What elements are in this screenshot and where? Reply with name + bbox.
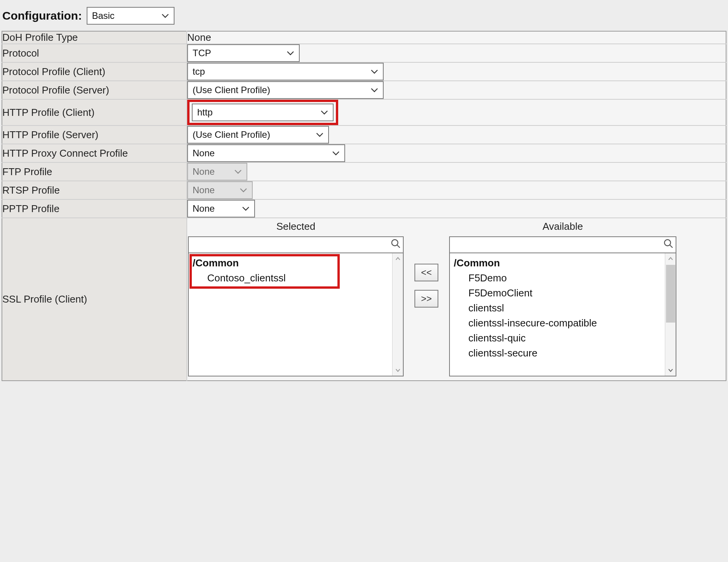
row-doh-profile-type: DoH Profile Type None <box>2 31 726 44</box>
configuration-mode-value: Basic <box>92 10 115 21</box>
search-icon <box>391 239 401 251</box>
ssl-available-column: Available /Common F5Demo F5DemoClient <box>449 221 676 376</box>
http-profile-client-select[interactable]: http <box>192 104 334 121</box>
pptp-profile-select[interactable]: None <box>187 200 255 217</box>
http-proxy-connect-select[interactable]: None <box>187 144 345 162</box>
http-profile-server-select[interactable]: (Use Client Profile) <box>187 126 329 144</box>
row-rtsp-profile: RTSP Profile None <box>2 181 726 199</box>
move-left-button[interactable]: << <box>414 264 438 281</box>
move-right-button[interactable]: >> <box>414 290 438 308</box>
rtsp-profile-select: None <box>187 181 253 199</box>
http-proxy-connect-value: None <box>193 148 215 159</box>
scrollbar[interactable] <box>665 253 676 376</box>
pptp-profile-value: None <box>193 203 215 214</box>
svg-line-3 <box>670 245 673 248</box>
svg-point-0 <box>392 240 398 246</box>
ssl-available-item[interactable]: F5Demo <box>454 271 676 286</box>
chevron-down-icon <box>332 151 340 156</box>
scroll-thumb[interactable] <box>666 265 675 323</box>
ssl-selected-search[interactable] <box>188 236 404 253</box>
row-protocol-profile-client: Protocol Profile (Client) tcp <box>2 62 726 81</box>
label-doh-profile-type: DoH Profile Type <box>2 31 187 44</box>
row-ftp-profile: FTP Profile None <box>2 162 726 181</box>
ftp-profile-select: None <box>187 163 247 181</box>
ssl-available-item[interactable]: clientssl <box>454 301 676 316</box>
label-protocol-profile-client: Protocol Profile (Client) <box>2 62 187 81</box>
ssl-selected-column: Selected /Common Contoso_clientssl <box>188 221 404 376</box>
ssl-selected-title: Selected <box>276 221 315 232</box>
scroll-up-icon[interactable] <box>665 253 676 264</box>
row-ssl-profile-client: SSL Profile (Client) Selected /C <box>2 218 726 381</box>
row-http-profile-server: HTTP Profile (Server) (Use Client Profil… <box>2 125 726 144</box>
configuration-label: Configuration: <box>2 9 82 22</box>
configuration-mode-select[interactable]: Basic <box>87 7 174 25</box>
configuration-table: DoH Profile Type None Protocol TCP Proto… <box>2 31 726 381</box>
scroll-down-icon[interactable] <box>393 365 403 376</box>
chevron-down-icon <box>234 169 242 174</box>
ssl-available-title: Available <box>542 221 583 232</box>
ssl-move-buttons: << >> <box>414 264 438 308</box>
chevron-down-icon <box>240 187 247 193</box>
chevron-down-icon <box>242 206 250 211</box>
ssl-selected-group: /Common <box>193 256 403 271</box>
label-http-profile-server: HTTP Profile (Server) <box>2 125 187 144</box>
label-http-profile-client: HTTP Profile (Client) <box>2 99 187 125</box>
scrollbar[interactable] <box>392 253 403 376</box>
protocol-select[interactable]: TCP <box>187 44 300 62</box>
configuration-header: Configuration: Basic <box>0 7 728 31</box>
protocol-profile-server-value: (Use Client Profile) <box>193 85 270 95</box>
label-ssl-profile-client: SSL Profile (Client) <box>2 218 187 381</box>
ssl-available-item[interactable]: clientssl-secure <box>454 346 676 361</box>
value-doh-profile-type: None <box>187 31 726 44</box>
label-ftp-profile: FTP Profile <box>2 162 187 181</box>
label-protocol: Protocol <box>2 44 187 62</box>
row-http-profile-client: HTTP Profile (Client) http <box>2 99 726 125</box>
ssl-available-list[interactable]: /Common F5Demo F5DemoClient clientssl cl… <box>449 253 676 376</box>
http-profile-client-highlight: http <box>187 100 338 125</box>
protocol-profile-client-select[interactable]: tcp <box>187 63 384 80</box>
row-protocol: Protocol TCP <box>2 44 726 62</box>
label-pptp-profile: PPTP Profile <box>2 199 187 218</box>
protocol-value: TCP <box>193 48 211 59</box>
rtsp-profile-value: None <box>193 185 215 196</box>
ssl-available-item[interactable]: F5DemoClient <box>454 286 676 301</box>
row-http-proxy-connect: HTTP Proxy Connect Profile None <box>2 144 726 162</box>
protocol-profile-client-value: tcp <box>193 66 205 77</box>
label-rtsp-profile: RTSP Profile <box>2 181 187 199</box>
label-protocol-profile-server: Protocol Profile (Server) <box>2 81 187 99</box>
chevron-down-icon <box>320 110 328 115</box>
ssl-selected-list[interactable]: /Common Contoso_clientssl <box>188 253 404 376</box>
ssl-available-item[interactable]: clientssl-insecure-compatible <box>454 316 676 331</box>
ssl-profile-dual-list: Selected /Common Contoso_clientssl <box>187 218 726 380</box>
search-icon <box>663 239 673 251</box>
row-protocol-profile-server: Protocol Profile (Server) (Use Client Pr… <box>2 81 726 99</box>
ssl-available-item[interactable]: clientssl-quic <box>454 331 676 346</box>
chevron-down-icon <box>371 87 378 93</box>
scroll-up-icon[interactable] <box>393 253 403 264</box>
chevron-down-icon <box>316 132 324 137</box>
svg-line-1 <box>397 245 400 248</box>
row-pptp-profile: PPTP Profile None <box>2 199 726 218</box>
ssl-available-group: /Common <box>454 256 676 271</box>
ssl-available-search[interactable] <box>449 236 676 253</box>
protocol-profile-server-select[interactable]: (Use Client Profile) <box>187 81 384 99</box>
chevron-down-icon <box>371 69 378 74</box>
ftp-profile-value: None <box>193 166 215 177</box>
chevron-down-icon <box>161 13 169 18</box>
http-profile-client-value: http <box>197 107 213 118</box>
http-profile-server-value: (Use Client Profile) <box>193 129 270 140</box>
chevron-down-icon <box>287 50 294 56</box>
ssl-selected-item[interactable]: Contoso_clientssl <box>193 271 403 286</box>
svg-point-2 <box>664 240 671 246</box>
scroll-down-icon[interactable] <box>665 365 676 376</box>
label-http-proxy-connect: HTTP Proxy Connect Profile <box>2 144 187 162</box>
